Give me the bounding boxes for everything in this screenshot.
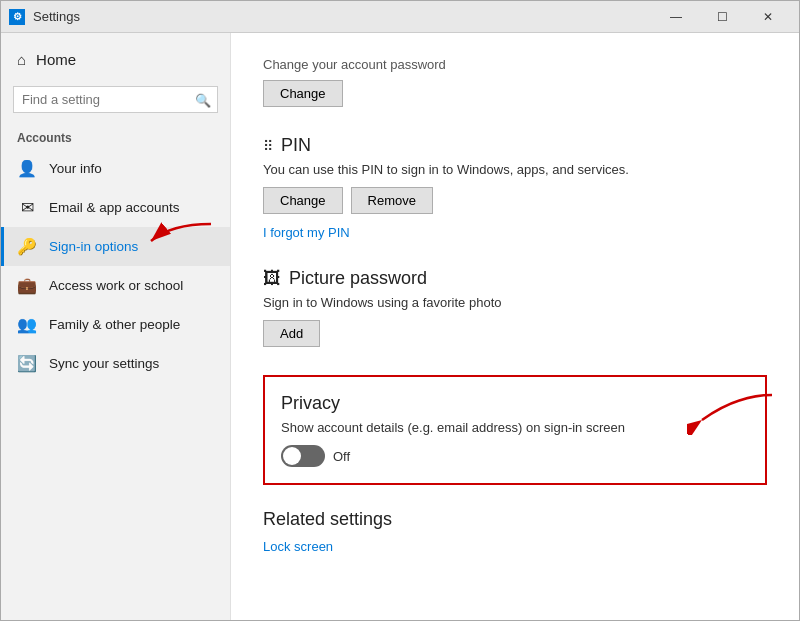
sidebar-item-sync-label: Sync your settings	[49, 356, 159, 371]
maximize-button[interactable]: ☐	[699, 1, 745, 33]
toggle-knob	[283, 447, 301, 465]
search-input[interactable]	[13, 86, 218, 113]
sidebar-home-label: Home	[36, 51, 76, 68]
search-icon: 🔍	[195, 92, 211, 107]
main-content: Change your account password Change ⠿ PI…	[231, 33, 799, 594]
family-icon: 👥	[17, 315, 37, 334]
change-password-button[interactable]: Change	[263, 80, 343, 107]
sidebar-item-family-label: Family & other people	[49, 317, 180, 332]
sidebar-item-signin-wrapper: 🔑 Sign-in options	[1, 227, 230, 266]
picture-add-button[interactable]: Add	[263, 320, 320, 347]
pin-change-button[interactable]: Change	[263, 187, 343, 214]
sidebar-item-work-label: Access work or school	[49, 278, 183, 293]
privacy-wrapper: Privacy Show account details (e.g. email…	[263, 375, 767, 485]
picture-password-section: 🖼 Picture password Sign in to Windows us…	[263, 268, 767, 347]
sidebar-item-home[interactable]: ⌂ Home	[1, 41, 230, 78]
sidebar-section-label: Accounts	[1, 121, 230, 149]
pin-dots-icon: ⠿	[263, 138, 273, 154]
change-password-title: Change your account password	[263, 57, 767, 72]
sidebar-item-access-work[interactable]: 💼 Access work or school	[1, 266, 230, 305]
change-password-section: Change your account password Change	[263, 57, 767, 107]
pin-title: PIN	[281, 135, 311, 156]
pin-section: ⠿ PIN You can use this PIN to sign in to…	[263, 135, 767, 240]
sidebar-item-sync[interactable]: 🔄 Sync your settings	[1, 344, 230, 383]
home-icon: ⌂	[17, 51, 26, 68]
work-icon: 💼	[17, 276, 37, 295]
app-icon: ⚙	[9, 9, 25, 25]
privacy-description: Show account details (e.g. email address…	[281, 420, 749, 435]
privacy-section: Privacy Show account details (e.g. email…	[263, 375, 767, 485]
window-controls: — ☐ ✕	[653, 1, 791, 33]
lock-screen-link[interactable]: Lock screen	[263, 539, 333, 554]
privacy-toggle-row: Off	[281, 445, 749, 467]
pin-description: You can use this PIN to sign in to Windo…	[263, 162, 767, 177]
sidebar-item-email-label: Email & app accounts	[49, 200, 180, 215]
picture-title: Picture password	[289, 268, 427, 289]
picture-icon: 🖼	[263, 268, 281, 289]
sync-icon: 🔄	[17, 354, 37, 373]
sidebar-item-family[interactable]: 👥 Family & other people	[1, 305, 230, 344]
pin-header: ⠿ PIN	[263, 135, 767, 156]
settings-window: ⚙ Settings — ☐ ✕ ⌂ Home 🔍 Accounts 👤 You…	[0, 0, 800, 621]
pin-buttons: Change Remove	[263, 187, 767, 214]
signin-icon: 🔑	[17, 237, 37, 256]
forgot-pin-link[interactable]: I forgot my PIN	[263, 225, 350, 240]
picture-header: 🖼 Picture password	[263, 268, 767, 289]
minimize-button[interactable]: —	[653, 1, 699, 33]
window-title: Settings	[33, 9, 653, 24]
titlebar: ⚙ Settings — ☐ ✕	[1, 1, 799, 33]
pin-remove-button[interactable]: Remove	[351, 187, 433, 214]
related-settings-section: Related settings Lock screen	[263, 509, 767, 554]
email-icon: ✉	[17, 198, 37, 217]
content-wrapper: Change your account password Change ⠿ PI…	[231, 33, 799, 620]
sidebar: ⌂ Home 🔍 Accounts 👤 Your info ✉ Email & …	[1, 33, 231, 620]
sidebar-item-sign-in-options[interactable]: 🔑 Sign-in options	[1, 227, 230, 266]
your-info-icon: 👤	[17, 159, 37, 178]
picture-description: Sign in to Windows using a favorite phot…	[263, 295, 767, 310]
sidebar-item-signin-label: Sign-in options	[49, 239, 138, 254]
privacy-toggle[interactable]	[281, 445, 325, 467]
sidebar-search: 🔍	[13, 86, 218, 113]
sidebar-item-email-app-accounts[interactable]: ✉ Email & app accounts	[1, 188, 230, 227]
sidebar-item-your-info[interactable]: 👤 Your info	[1, 149, 230, 188]
close-button[interactable]: ✕	[745, 1, 791, 33]
app-body: ⌂ Home 🔍 Accounts 👤 Your info ✉ Email & …	[1, 33, 799, 620]
toggle-label: Off	[333, 449, 350, 464]
related-settings-title: Related settings	[263, 509, 767, 530]
privacy-title: Privacy	[281, 393, 749, 414]
sidebar-item-your-info-label: Your info	[49, 161, 102, 176]
